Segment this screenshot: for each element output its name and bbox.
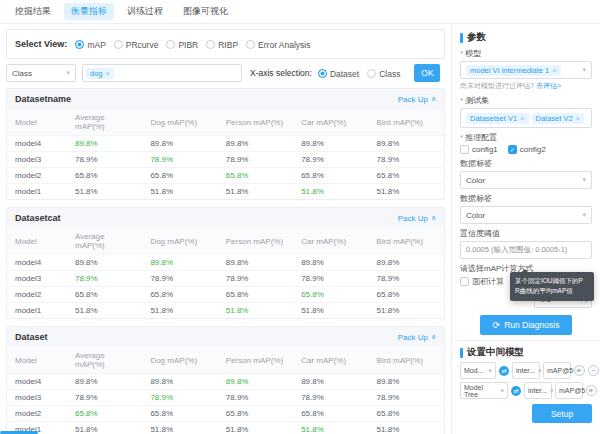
metrics-table: ModelAverage mAP(%)Dog mAP(%)Person mAP(… [7,347,444,434]
chevron-down-icon: ▾ [488,367,492,375]
map-cell: 65.8% [142,168,217,184]
radio-icon [114,40,123,49]
chevron-down-icon: ▾ [500,387,504,395]
table-row: model151.8%51.8%51.8%51.8%51.8% [7,422,444,434]
add-row-icon[interactable]: + [574,365,585,376]
model-cell: model3 [7,390,67,406]
params-sidebar: 参数 * 模型 model VI intermediate 1 × ▾ 尚未对模… [452,24,600,434]
table-header-row: ModelAverage mAP(%)Dog mAP(%)Person mAP(… [7,347,444,374]
map-cell: 51.8% [67,303,142,319]
run-diagnosis-button[interactable]: ⟳ Run Diagnosis [480,315,572,335]
radio-label: Class [379,69,400,79]
model-cell: model4 [7,255,67,271]
column-header-average-map: Average mAP(%) [67,228,142,255]
model-hint: 尚未对模型进行过评估?去评估> [460,81,592,91]
radio-label: RIBP [218,40,238,50]
map-cell: 51.8% [293,184,368,200]
xaxis-option-dataset[interactable]: Dataset [318,69,359,79]
confidence-threshold-input[interactable]: 0.0005 (输入范围值: 0.0005-1) [460,241,592,259]
map-cell: 65.8% [293,287,368,303]
view-options: mAPPRcurvePIBRRIBPError Analysis [75,35,318,53]
top-tabbar: 挖掘结果衡量指标训练过程图像可视化 [0,0,600,24]
view-option-prcurve[interactable]: PRcurve [114,40,159,50]
column-header-model: Model [7,347,67,374]
filter-row: Class ▾ dog× X-axis selection: DatasetCl… [6,64,445,82]
data-label-select-2[interactable]: Color ▾ [460,206,592,224]
data-label-2-label: 数据标签 [460,193,592,204]
map-cell: 65.8% [142,287,217,303]
column-header-dog-map: Dog mAP(%) [142,228,217,255]
setup-section-title: 设置中间模型 [460,346,592,359]
testset-select[interactable]: Datasetset V1×Dataset V2× [460,108,592,128]
testset-label: * 测试集 [460,95,592,106]
evaluate-link[interactable]: 去评估> [536,82,561,89]
radio-icon [75,40,84,49]
metric-mini-select[interactable]: inter...▾ [512,362,540,379]
model-cell: model1 [7,303,67,319]
chevron-up-icon: ∧ [431,333,436,341]
chevron-up-icon: ∧ [431,214,436,222]
column-header-person-map: Person mAP(%) [218,228,293,255]
panel-title: Datasetcat [15,213,61,223]
column-header-person-map: Person mAP(%) [218,109,293,136]
xaxis-options: DatasetClass [318,64,409,82]
tab-image-visualization[interactable]: 图像可视化 [176,3,235,20]
tab-mining-results[interactable]: 挖掘结果 [8,3,58,20]
class-select[interactable]: Class ▾ [6,64,76,82]
tab-metrics[interactable]: 衡量指标 [64,3,114,20]
pack-up-link[interactable]: Pack Up∧ [398,333,436,342]
config-option-config2[interactable]: ✓config2 [508,145,546,154]
column-header-bird-map: Bird mAP(%) [369,109,444,136]
view-option-map[interactable]: mAP [75,40,105,50]
map-cell: 65.8% [369,287,444,303]
remove-tag-icon[interactable]: × [576,114,580,123]
map-method-option-[interactable]: 面积计算 [460,276,504,287]
radio-icon [246,40,255,49]
map-cell: 89.8% [67,136,142,152]
panels-container: DatasetnamePack Up∧ModelAverage mAP(%)Do… [6,88,445,434]
map-cell: 51.8% [293,303,368,319]
radio-label: Error Analysis [258,40,310,50]
model-select[interactable]: model VI intermediate 1 × ▾ [460,61,592,79]
add-row-icon[interactable]: + [586,385,597,396]
data-label-select-1[interactable]: Color ▾ [460,171,592,189]
map-mini-select[interactable]: mAP@5▾ [543,362,571,379]
testset-tag: Datasetset V1× [466,113,529,124]
checkbox-icon: ✓ [508,145,517,154]
map-cell: 65.8% [67,406,142,422]
map-cell: 51.8% [67,184,142,200]
table-row: model489.8%89.8%89.8%89.8%89.8% [7,136,444,152]
map-cell: 78.9% [218,271,293,287]
class-tag-input[interactable]: dog× [82,64,242,82]
pack-up-link[interactable]: Pack Up∧ [398,95,436,104]
map-cell: 78.9% [67,271,142,287]
intermediate-model-row-2: Model Tree▾⇄inter...▾mAP@5▾+− [460,382,592,399]
map-cell: 51.8% [218,422,293,434]
remove-row-icon[interactable]: − [588,365,599,376]
xaxis-option-class[interactable]: Class [367,69,400,79]
panel-header: DatasetnamePack Up∧ [7,89,444,109]
remove-tag-icon[interactable]: × [552,66,556,75]
model-mini-select-value: Model Tree [464,384,497,398]
model-mini-select[interactable]: Model Tree▾ [460,382,508,399]
tab-training-process[interactable]: 训练过程 [120,3,170,20]
config-option-config1[interactable]: config1 [460,145,498,154]
pack-up-link[interactable]: Pack Up∧ [398,214,436,223]
pack-up-label: Pack Up [398,95,428,104]
metric-mini-select[interactable]: inter...▾ [524,382,552,399]
map-cell: 89.8% [293,136,368,152]
view-option-error-analysis[interactable]: Error Analysis [246,40,310,50]
remove-tag-icon[interactable]: × [520,114,524,123]
model-mini-select[interactable]: Mod...▾ [460,362,496,379]
radio-icon [367,69,376,78]
table-row: model151.8%51.8%51.8%51.8%51.8% [7,184,444,200]
remove-tag-icon[interactable]: × [106,69,110,78]
map-cell: 51.8% [142,184,217,200]
setup-button[interactable]: Setup [532,404,592,423]
map-cell: 78.9% [293,390,368,406]
ok-button[interactable]: OK [414,64,440,82]
map-cell: 89.8% [67,255,142,271]
view-option-pibr[interactable]: PIBR [166,40,198,50]
map-mini-select[interactable]: mAP@5▾ [555,382,583,399]
view-option-ribp[interactable]: RIBP [206,40,238,50]
